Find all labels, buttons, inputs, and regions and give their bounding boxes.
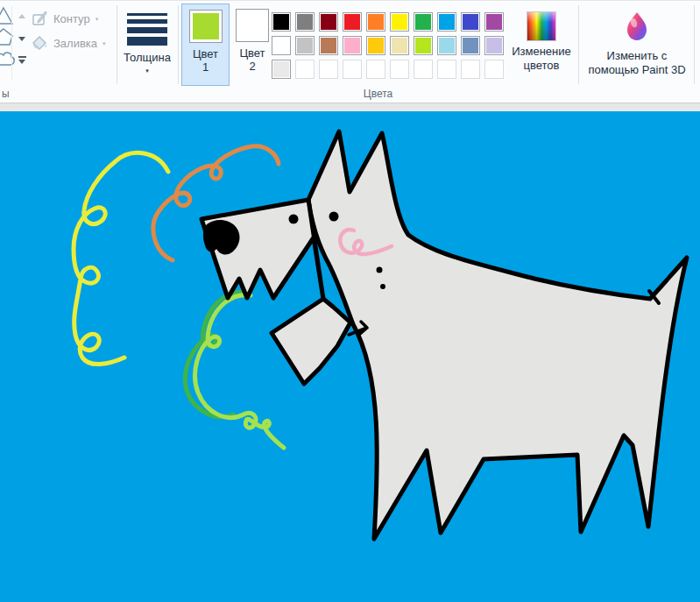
fill-bucket-icon: [31, 34, 48, 52]
palette-color-swatch[interactable]: [484, 12, 504, 32]
shapes-panel-edge: [11, 6, 12, 80]
fill-dropdown-icon: ▾: [103, 40, 106, 46]
palette-color-swatch[interactable]: [414, 12, 433, 32]
palette-color-swatch[interactable]: [484, 36, 504, 55]
palette-color-swatch[interactable]: [272, 12, 291, 32]
palette-color-swatch[interactable]: [390, 12, 409, 32]
color1-button[interactable]: Цвет 1: [181, 4, 230, 86]
palette-color-swatch[interactable]: [272, 60, 291, 79]
edit-colors-label-line2: цветов: [506, 59, 576, 73]
thickness-lines-icon: [127, 13, 167, 46]
palette-empty-slot[interactable]: [366, 60, 385, 79]
palette-empty-slot[interactable]: [319, 60, 338, 79]
fill-label: Заливка: [53, 37, 97, 50]
workspace-strip: [0, 103, 700, 111]
shapes-scroll-up-button[interactable]: [15, 8, 29, 24]
palette-color-swatch[interactable]: [366, 12, 385, 32]
dog-eye-left: [289, 215, 299, 224]
color1-label-line1: Цвет: [182, 47, 229, 60]
paint3d-label-line1: Изменить с: [582, 49, 692, 63]
palette-color-swatch[interactable]: [366, 36, 385, 55]
color2-button[interactable]: Цвет 2: [230, 4, 274, 86]
thickness-button[interactable]: Толщина ▾: [118, 4, 176, 86]
palette-row-1: [272, 12, 504, 32]
thickness-dropdown-icon: ▾: [118, 67, 176, 74]
group-separator: [578, 5, 579, 84]
outline-button[interactable]: Контур ▾: [31, 10, 98, 27]
outline-pencil-icon: [31, 10, 48, 27]
palette-empty-slot[interactable]: [414, 60, 433, 79]
dog-drawing: [0, 111, 700, 602]
edit-colors-rainbow-icon: [527, 11, 556, 41]
edit-colors-button[interactable]: Изменение цветов: [506, 4, 576, 86]
expand-bar-icon: [18, 56, 26, 58]
up-arrow-icon: [18, 14, 25, 18]
edit-with-paint3d-button[interactable]: Изменить с помощью Paint 3D: [582, 4, 692, 86]
palette-color-swatch[interactable]: [461, 36, 480, 55]
palette-row-2: [272, 36, 504, 55]
palette-empty-slot[interactable]: [437, 60, 456, 79]
dog-eye-right: [329, 212, 339, 222]
color2-label-line1: Цвет: [230, 46, 274, 60]
palette-empty-slot[interactable]: [295, 60, 315, 79]
palette-color-swatch[interactable]: [319, 36, 338, 55]
paint-canvas[interactable]: [0, 111, 700, 602]
fill-button[interactable]: Заливка ▾: [31, 34, 106, 52]
palette-color-swatch[interactable]: [319, 12, 338, 32]
shapes-expand-button[interactable]: [15, 52, 29, 67]
color-palette: [272, 12, 504, 83]
expand-arrow-icon: [18, 60, 25, 64]
chest-dot-top: [377, 267, 383, 273]
palette-color-swatch[interactable]: [295, 12, 315, 32]
down-arrow-icon: [18, 37, 25, 41]
chest-dot-bottom: [380, 284, 385, 289]
palette-empty-slot[interactable]: [343, 60, 362, 79]
group-separator: [117, 5, 117, 84]
paint3d-droplet-icon: [621, 11, 653, 42]
palette-color-swatch[interactable]: [295, 36, 315, 55]
group-separator: [694, 5, 695, 84]
outline-dropdown-icon: ▾: [95, 16, 99, 22]
shapes-group-label: ы: [2, 88, 10, 100]
color1-swatch: [189, 10, 223, 43]
palette-color-swatch[interactable]: [437, 12, 456, 32]
palette-color-swatch[interactable]: [390, 36, 409, 55]
palette-empty-slot[interactable]: [461, 60, 480, 79]
color2-label-line2: 2: [230, 60, 274, 73]
colors-group-label: Цвета: [178, 88, 578, 100]
dog-nose: [203, 220, 240, 254]
outline-label: Контур: [53, 12, 90, 25]
color1-label-line2: 1: [182, 60, 229, 74]
palette-color-swatch[interactable]: [343, 12, 362, 32]
shapes-scroll-down-button[interactable]: [15, 31, 29, 46]
palette-color-swatch[interactable]: [437, 36, 456, 55]
paint3d-label-line2: помощью Paint 3D: [582, 63, 692, 77]
thickness-label: Толщина: [118, 51, 176, 64]
edit-colors-label-line1: Изменение: [506, 45, 576, 59]
color2-swatch: [236, 9, 269, 42]
shape-cloud-icon[interactable]: [0, 49, 16, 68]
palette-empty-slot[interactable]: [484, 60, 504, 79]
palette-empty-slot[interactable]: [390, 60, 409, 79]
palette-color-swatch[interactable]: [414, 36, 433, 55]
group-separator: [178, 5, 179, 84]
palette-color-swatch[interactable]: [272, 36, 291, 55]
palette-color-swatch[interactable]: [461, 12, 480, 32]
palette-row-3: [272, 60, 504, 79]
palette-color-swatch[interactable]: [343, 36, 362, 55]
ribbon: Контур ▾ Заливка ▾ Толщина ▾ Цвет 1 Цвет: [0, 0, 700, 103]
